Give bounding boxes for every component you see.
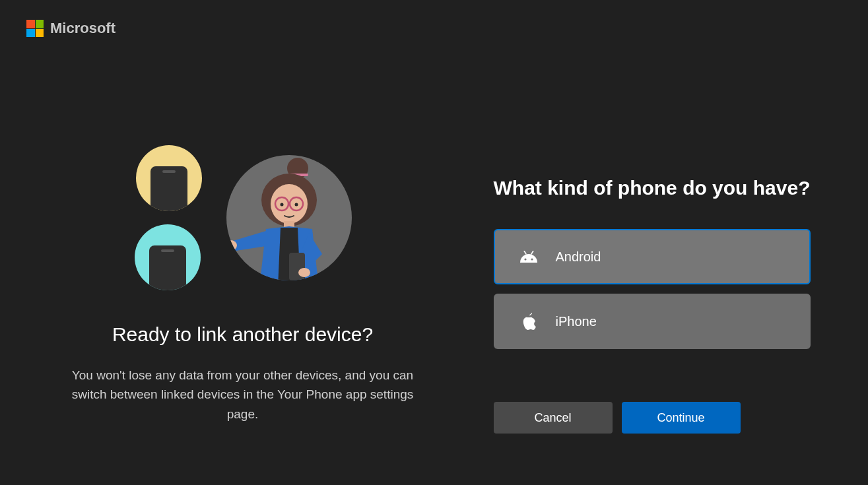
continue-button[interactable]: Continue — [622, 402, 741, 434]
svg-line-13 — [524, 251, 526, 254]
phone-circle-yellow — [136, 145, 202, 211]
svg-point-8 — [294, 203, 298, 207]
button-row: Cancel Continue — [494, 402, 811, 434]
option-iphone[interactable]: iPhone — [494, 294, 811, 349]
microsoft-logo-icon — [26, 20, 44, 37]
svg-line-14 — [531, 251, 533, 254]
illustration — [117, 132, 368, 304]
right-panel: What kind of phone do you have? Android — [494, 132, 811, 434]
header: Microsoft — [26, 20, 116, 37]
left-description: You won't lose any data from your other … — [65, 366, 421, 424]
phone-circle-cyan — [135, 224, 201, 290]
person-circle — [226, 155, 352, 280]
cancel-button[interactable]: Cancel — [494, 402, 613, 434]
right-title: What kind of phone do you have? — [494, 177, 811, 199]
brand-text: Microsoft — [50, 20, 116, 37]
person-illustration-icon — [226, 155, 352, 280]
android-icon — [520, 248, 537, 265]
left-title: Ready to link another device? — [112, 323, 373, 346]
svg-point-15 — [524, 258, 526, 260]
option-iphone-label: iPhone — [556, 314, 597, 329]
option-android[interactable]: Android — [494, 229, 811, 284]
apple-icon — [520, 313, 537, 330]
svg-point-7 — [280, 203, 283, 207]
left-panel: Ready to link another device? You won't … — [58, 132, 428, 434]
svg-point-12 — [298, 268, 310, 277]
option-android-label: Android — [556, 249, 601, 265]
svg-point-16 — [531, 258, 533, 260]
